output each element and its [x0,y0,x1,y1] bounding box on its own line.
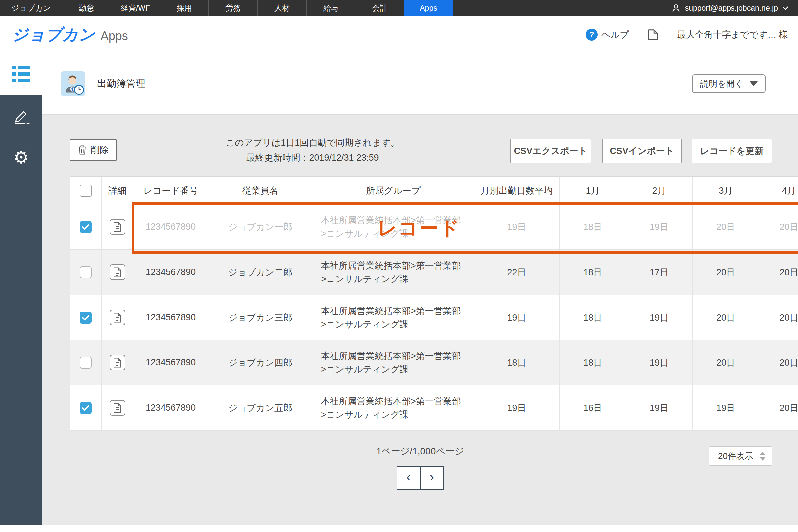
nav-tab-jobcan[interactable]: ジョブカン [0,0,62,16]
mar-value: 19日 [692,385,759,430]
header-group: 所属グループ [313,176,474,204]
group-path: 本社所属営業統括本部>第一営業部>コンサルティング課 [313,205,474,249]
nav-tab-saiyo[interactable]: 採用 [160,0,209,16]
record-number: 1234567890 [133,385,208,430]
nav-tab-keihi-wf[interactable]: 経費/WF [111,0,160,16]
table-row: 1234567890 ジョブカン四郎 本社所属営業統括本部>第一営業部>コンサル… [70,340,798,385]
nav-tab-romu[interactable]: 労務 [209,0,258,16]
mar-value: 20日 [692,250,759,294]
jan-value: 18日 [559,340,626,385]
nav-tab-kintai[interactable]: 勤怠 [62,0,111,16]
sidebar-item-records[interactable] [0,53,42,95]
apr-value: 20日 [759,250,798,294]
header-monthly-avg: 月別出勤日数平均 [474,176,559,204]
select-all-checkbox[interactable] [80,185,92,196]
divider [638,29,638,40]
record-number: 1234567890 [133,340,208,385]
sidebar-item-edit[interactable] [0,95,42,136]
sidebar: ⚙ [0,53,42,525]
detail-button[interactable] [110,309,125,325]
logo-apps: Apps [101,29,128,43]
monthly-avg-value: 18日 [474,340,559,385]
row-checkbox[interactable] [80,221,92,233]
header-mar: 3月 [692,176,759,204]
help-label: ヘルプ [602,28,629,41]
mar-value: 20日 [692,205,759,249]
records-table: 詳細 レコード番号 従業員名 所属グループ 月別出勤日数平均 1月 2月 3月 … [70,176,798,431]
sidebar-item-settings[interactable]: ⚙ [0,136,42,178]
pagination-status: 1ページ/1,000ページ [42,445,798,457]
detail-button[interactable] [110,400,125,416]
document-icon [113,358,122,368]
table-row: 1234567890 ジョブカン三郎 本社所属営業統括本部>第一営業部>コンサル… [70,295,798,340]
nav-tab-kaikei[interactable]: 会計 [356,0,404,16]
page-title: 出勤簿管理 [97,53,145,114]
sync-note-line1: このアプリは1日1回自動で同期されます。 [179,135,445,150]
help-icon: ? [586,28,597,41]
header-apr: 4月 [759,176,798,204]
detail-button[interactable] [110,219,125,235]
user-icon [671,3,681,13]
employee-name: ジョブカン三郎 [208,295,313,340]
page-size-value: 20件表示 [718,450,754,462]
nav-tab-jinzai[interactable]: 人材 [258,0,307,16]
brand-logo[interactable]: ジョブカン Apps [12,24,128,45]
nav-tab-kyuyo[interactable]: 給与 [307,0,356,16]
group-path: 本社所属営業統括本部>第一営業部>コンサルティング課 [313,250,474,294]
feb-value: 17日 [626,250,692,294]
prev-page-button[interactable]: ‹ [397,466,421,490]
caret-down-icon [750,81,758,87]
mar-value: 20日 [692,295,759,340]
jan-value: 18日 [559,250,626,294]
apr-value: 20日 [759,340,798,385]
row-checkbox[interactable] [80,266,92,278]
pencil-icon [12,107,31,125]
mar-value: 20日 [692,340,759,385]
header-right: ? ヘルプ 最大全角十字までです… 様 [586,16,788,53]
header-jan: 1月 [559,176,626,204]
pagination: ‹ › [42,466,798,490]
row-checkbox[interactable] [80,357,92,369]
row-checkbox[interactable] [80,311,92,324]
chevron-down-icon [782,6,789,10]
feb-value: 19日 [626,385,692,430]
app-icon [60,72,86,96]
csv-export-button[interactable]: CSVエクスポート [510,139,591,163]
detail-button[interactable] [110,264,125,280]
table-row: 1234567890 ジョブカン二郎 本社所属営業統括本部>第一営業部>コンサル… [70,250,798,295]
update-records-button[interactable]: レコードを更新 [691,139,772,163]
document-icon [113,403,122,413]
feb-value: 19日 [626,205,692,249]
employee-name: ジョブカン五郎 [208,385,313,430]
top-nav: ジョブカン 勤怠 経費/WF 採用 労務 人材 給与 会計 Apps suppo… [0,0,798,16]
monthly-avg-value: 19日 [474,385,559,430]
table-row: 1234567890 ジョブカン五郎 本社所属営業統括本部>第一営業部>コンサル… [70,385,798,431]
document-icon [113,267,122,277]
record-number: 1234567890 [133,250,208,294]
table-header-row: 詳細 レコード番号 従業員名 所属グループ 月別出勤日数平均 1月 2月 3月 … [70,176,798,205]
page-size-select[interactable]: 20件表示 [709,446,772,466]
record-number: 1234567890 [133,205,208,249]
account-email: support@apps.jobcan.ne.jp [685,4,778,13]
file-icon[interactable] [647,28,659,41]
detail-button[interactable] [110,355,125,370]
nav-tab-apps[interactable]: Apps [404,0,453,16]
employee-name: ジョブカン一郎 [208,205,313,249]
csv-import-button[interactable]: CSVインポート [603,139,682,163]
monthly-avg-value: 22日 [474,250,559,294]
delete-button[interactable]: 削除 [70,139,117,161]
check-icon [82,405,90,411]
feb-value: 19日 [626,340,692,385]
row-checkbox[interactable] [80,402,92,414]
check-icon [82,224,90,230]
group-path: 本社所属営業統括本部>第一営業部>コンサルティング課 [313,385,474,430]
jan-value: 18日 [559,205,626,249]
header-record-number: レコード番号 [133,176,208,204]
next-page-button[interactable]: › [420,466,444,490]
account-menu[interactable]: support@apps.jobcan.ne.jp [671,0,798,16]
jan-value: 18日 [559,295,626,340]
open-description-button[interactable]: 説明を開く [692,75,766,93]
attendance-avatar-icon [60,72,86,96]
apr-value: 20日 [759,295,798,340]
help-link[interactable]: ? ヘルプ [586,28,629,41]
